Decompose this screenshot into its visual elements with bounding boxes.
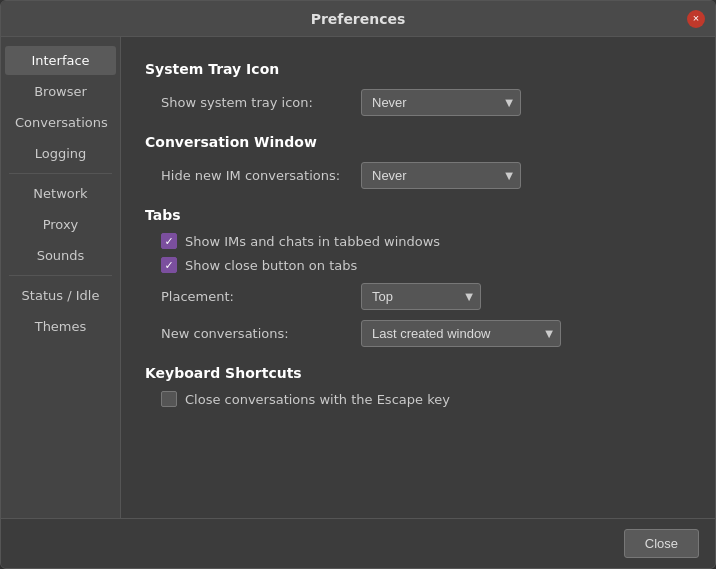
close-esc-checkbox[interactable] — [161, 391, 177, 407]
sidebar-item-proxy[interactable]: Proxy — [5, 210, 116, 239]
sidebar-item-sounds[interactable]: Sounds — [5, 241, 116, 270]
sidebar-item-status-idle[interactable]: Status / Idle — [5, 281, 116, 310]
title-bar: Preferences × — [1, 1, 715, 37]
preferences-dialog: Preferences × Interface Browser Conversa… — [0, 0, 716, 569]
close-esc-row: Close conversations with the Escape key — [145, 391, 691, 407]
show-tray-row: Show system tray icon: Never Always Mini… — [145, 89, 691, 116]
sidebar-item-browser[interactable]: Browser — [5, 77, 116, 106]
show-tabbed-label: Show IMs and chats in tabbed windows — [185, 234, 440, 249]
tabs-title: Tabs — [145, 207, 691, 223]
main-content: System Tray Icon Show system tray icon: … — [121, 37, 715, 518]
show-tray-label: Show system tray icon: — [161, 95, 361, 110]
sidebar-item-themes[interactable]: Themes — [5, 312, 116, 341]
sidebar-item-interface[interactable]: Interface — [5, 46, 116, 75]
hide-im-dropdown[interactable]: Never Always After delay — [361, 162, 521, 189]
bottom-bar: Close — [1, 518, 715, 568]
hide-im-label: Hide new IM conversations: — [161, 168, 361, 183]
keyboard-title: Keyboard Shortcuts — [145, 365, 691, 381]
hide-im-dropdown-wrapper: Never Always After delay ▼ — [361, 162, 521, 189]
placement-dropdown[interactable]: Top Bottom Left Right — [361, 283, 481, 310]
sidebar-item-conversations[interactable]: Conversations — [5, 108, 116, 137]
system-tray-title: System Tray Icon — [145, 61, 691, 77]
new-conversations-dropdown[interactable]: Last created window New window Specific … — [361, 320, 561, 347]
new-conversations-label: New conversations: — [161, 326, 361, 341]
placement-dropdown-wrapper: Top Bottom Left Right ▼ — [361, 283, 481, 310]
sidebar-separator — [9, 173, 112, 174]
sidebar-item-logging[interactable]: Logging — [5, 139, 116, 168]
close-dialog-button[interactable]: Close — [624, 529, 699, 558]
placement-label: Placement: — [161, 289, 361, 304]
dialog-title: Preferences — [311, 11, 406, 27]
close-esc-label: Close conversations with the Escape key — [185, 392, 450, 407]
show-close-button-label: Show close button on tabs — [185, 258, 357, 273]
new-conversations-row: New conversations: Last created window N… — [145, 320, 691, 347]
sidebar: Interface Browser Conversations Logging … — [1, 37, 121, 518]
sidebar-item-network[interactable]: Network — [5, 179, 116, 208]
hide-im-row: Hide new IM conversations: Never Always … — [145, 162, 691, 189]
new-conversations-dropdown-wrapper: Last created window New window Specific … — [361, 320, 561, 347]
placement-row: Placement: Top Bottom Left Right ▼ — [145, 283, 691, 310]
show-close-button-checkbox[interactable] — [161, 257, 177, 273]
show-tabbed-checkbox[interactable] — [161, 233, 177, 249]
dialog-body: Interface Browser Conversations Logging … — [1, 37, 715, 518]
tray-icon-dropdown[interactable]: Never Always Minimized — [361, 89, 521, 116]
sidebar-separator-2 — [9, 275, 112, 276]
window-close-button[interactable]: × — [687, 10, 705, 28]
conversation-window-title: Conversation Window — [145, 134, 691, 150]
show-tabbed-row: Show IMs and chats in tabbed windows — [145, 233, 691, 249]
show-close-button-row: Show close button on tabs — [145, 257, 691, 273]
tray-dropdown-wrapper: Never Always Minimized ▼ — [361, 89, 521, 116]
